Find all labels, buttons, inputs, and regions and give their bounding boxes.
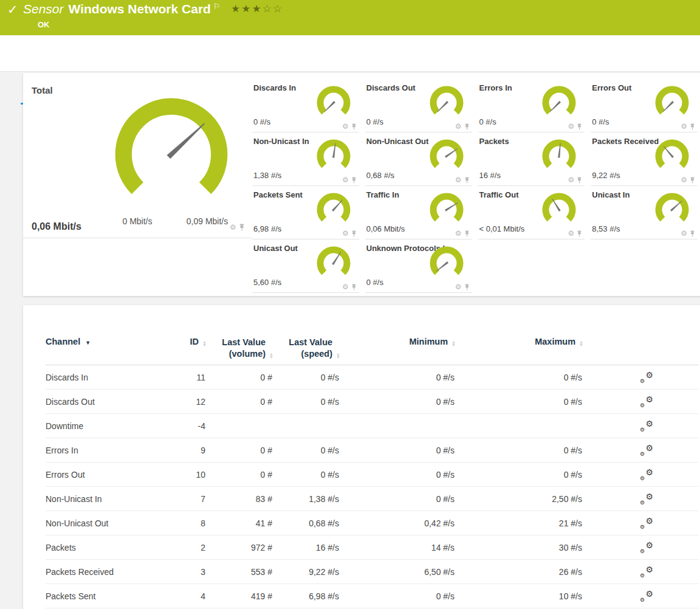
- star-icon[interactable]: ★: [241, 3, 252, 15]
- table-row[interactable]: Packets Sent 4 419 # 6,98 #/s 0 #/s 10 #…: [46, 584, 699, 608]
- sensor-header: ✓ SensorWindows Network Card⚐ ★★★☆☆ OK: [0, 0, 700, 35]
- channel-settings-icon[interactable]: ⚙⚙: [640, 444, 653, 456]
- table-row[interactable]: Packets Received 3 553 # 9,22 #/s 6,50 #…: [46, 560, 699, 584]
- table-row[interactable]: Packets 2 972 # 16 #/s 14 #/s 30 #/s ⚙⚙: [46, 535, 699, 560]
- cell-channel: Downtime: [46, 421, 176, 431]
- column-header-id[interactable]: ID▲▼: [176, 337, 207, 360]
- table-row[interactable]: Non-Unicast Out 8 41 # 0,68 #/s 0,42 #/s…: [46, 511, 699, 535]
- table-row[interactable]: Errors In 9 0 # 0 #/s 0 #/s 0 #/s ⚙⚙: [46, 438, 699, 463]
- pin-icon[interactable]: [351, 284, 357, 291]
- mini-gauge-cell[interactable]: Packets Sent 6,98 #/s ⚙: [252, 186, 359, 239]
- mini-gauge-label: Discards In: [253, 83, 296, 92]
- total-gauge-cell[interactable]: Total 0 Mbit/s 0,09 Mbit/s 0,06 Mbit/s ⚙: [23, 73, 252, 238]
- column-header-maximum[interactable]: Maximum▲▼: [456, 337, 583, 360]
- pin-icon[interactable]: [464, 177, 470, 184]
- column-header-channel[interactable]: Channel▼: [46, 337, 176, 360]
- cell-last-value-volume: 0 #: [207, 446, 273, 455]
- pin-icon[interactable]: [577, 230, 582, 237]
- sort-icon: ▲▼: [269, 353, 273, 359]
- channel-settings-icon[interactable]: ⚙⚙: [640, 590, 653, 602]
- channel-settings-icon[interactable]: ⚙⚙: [640, 396, 653, 408]
- cell-minimum: 0 #/s: [340, 494, 456, 504]
- cell-minimum: 0,42 #/s: [340, 518, 456, 528]
- mini-gauge-cell[interactable]: Non-Unicast In 1,38 #/s ⚙: [252, 132, 359, 186]
- channel-settings-icon[interactable]: ⚙⚙: [640, 566, 653, 578]
- table-row[interactable]: Discards Out 12 0 # 0 #/s 0 #/s 0 #/s ⚙⚙: [46, 390, 699, 414]
- channel-settings-icon[interactable]: ⚙⚙: [640, 517, 653, 529]
- pin-icon[interactable]: [351, 177, 357, 184]
- gear-icon[interactable]: ⚙: [681, 230, 687, 237]
- gear-icon[interactable]: ⚙: [455, 176, 462, 184]
- mini-gauge-cell[interactable]: Packets Received 9,22 #/s ⚙: [591, 132, 698, 186]
- mini-gauge-grid: Discards In 0 #/s ⚙ Discards Out 0 #/s ⚙: [252, 79, 700, 293]
- pin-icon[interactable]: [577, 123, 582, 130]
- gear-icon[interactable]: ⚙: [568, 230, 574, 237]
- gear-icon[interactable]: ⚙: [568, 123, 574, 130]
- pin-icon[interactable]: [577, 177, 582, 184]
- pin-icon[interactable]: [690, 177, 695, 184]
- mini-gauge-cell[interactable]: Unicast In 8,53 #/s ⚙: [591, 186, 698, 239]
- channel-settings-icon[interactable]: ⚙⚙: [640, 420, 653, 432]
- column-header-last-value-speed[interactable]: Last Value (speed)▲▼: [273, 337, 340, 360]
- mini-gauge-cell[interactable]: Errors Out 0 #/s ⚙: [591, 79, 698, 132]
- table-row[interactable]: Downtime -4 ⚙⚙: [46, 414, 699, 438]
- cell-channel: Non-Unicast Out: [46, 518, 176, 528]
- gauge-tools: ⚙: [568, 230, 582, 237]
- column-header-minimum[interactable]: Minimum▲▼: [340, 337, 456, 360]
- pin-icon[interactable]: [351, 230, 357, 237]
- channel-settings-icon[interactable]: ⚙⚙: [640, 469, 653, 481]
- sort-icon: ▲▼: [202, 340, 207, 346]
- gear-icon[interactable]: ⚙: [230, 224, 236, 231]
- star-icon[interactable]: ☆: [273, 3, 283, 15]
- flag-icon[interactable]: ⚐: [213, 2, 221, 11]
- gauge-tools: ⚙: [342, 283, 357, 291]
- pin-icon[interactable]: [351, 123, 357, 130]
- mini-gauge-cell[interactable]: Non-Unicast Out 0,68 #/s ⚙: [365, 132, 472, 186]
- channel-settings-icon[interactable]: ⚙⚙: [640, 371, 653, 384]
- mini-gauge-cell[interactable]: Traffic Out < 0,01 Mbit/s ⚙: [478, 186, 585, 239]
- mini-gauge-cell[interactable]: Traffic In 0,06 Mbit/s ⚙: [365, 186, 472, 239]
- star-icon[interactable]: ★: [252, 3, 262, 15]
- column-header-last-value-volume[interactable]: Last Value (volume)▲▼: [207, 337, 273, 360]
- sort-icon: ▲▼: [579, 340, 583, 346]
- table-row[interactable]: Non-Unicast In 7 83 # 1,38 #/s 0 #/s 2,5…: [46, 487, 699, 511]
- mini-gauge-value: 0 #/s: [366, 117, 383, 126]
- cell-last-value-speed: 0 #/s: [273, 446, 340, 455]
- gear-icon[interactable]: ⚙: [455, 283, 462, 291]
- mini-gauge-value: 8,53 #/s: [592, 224, 620, 233]
- gear-icon[interactable]: ⚙: [342, 283, 349, 291]
- gear-icon[interactable]: ⚙: [342, 123, 349, 130]
- pin-icon[interactable]: [464, 230, 470, 237]
- gear-icon[interactable]: ⚙: [342, 176, 349, 184]
- table-row[interactable]: Discards In 11 0 # 0 #/s 0 #/s 0 #/s ⚙⚙: [46, 365, 699, 390]
- mini-gauge-label: Packets: [479, 137, 509, 146]
- gear-icon[interactable]: ⚙: [681, 123, 687, 130]
- pin-icon[interactable]: [690, 230, 695, 237]
- gear-icon[interactable]: ⚙: [455, 230, 462, 237]
- star-icon[interactable]: ☆: [262, 3, 273, 15]
- gear-icon[interactable]: ⚙: [342, 230, 349, 237]
- mini-gauge-cell[interactable]: Unknown Protocols In 0 #/s ⚙: [365, 239, 472, 293]
- total-gauge-label: Total: [32, 85, 53, 95]
- pin-icon[interactable]: [690, 123, 695, 130]
- gear-icon[interactable]: ⚙: [568, 176, 574, 184]
- channel-settings-icon[interactable]: ⚙⚙: [640, 493, 653, 505]
- gear-icon[interactable]: ⚙: [455, 123, 462, 130]
- mini-gauge-cell[interactable]: Errors In 0 #/s ⚙: [478, 79, 585, 132]
- channel-settings-icon[interactable]: ⚙⚙: [640, 542, 653, 554]
- mini-gauge-cell[interactable]: Packets 16 #/s ⚙: [478, 132, 585, 186]
- mini-gauge-cell[interactable]: Discards In 0 #/s ⚙: [252, 79, 359, 132]
- mini-gauge-value: 6,98 #/s: [253, 224, 281, 233]
- cell-channel: Packets Received: [46, 567, 176, 577]
- table-row[interactable]: Errors Out 10 0 # 0 #/s 0 #/s 0 #/s ⚙⚙: [46, 463, 699, 487]
- mini-gauge-cell[interactable]: Unicast Out 5,60 #/s ⚙: [252, 239, 359, 293]
- mini-gauge: [653, 139, 691, 175]
- mini-gauge-cell[interactable]: Discards Out 0 #/s ⚙: [365, 79, 472, 132]
- pin-icon[interactable]: [464, 284, 470, 291]
- total-gauge-needle: [167, 122, 207, 159]
- star-icon[interactable]: ★: [231, 3, 241, 15]
- pin-icon[interactable]: [239, 224, 245, 231]
- cell-minimum: 14 #/s: [340, 543, 456, 552]
- gear-icon[interactable]: ⚙: [681, 176, 687, 184]
- pin-icon[interactable]: [464, 123, 470, 130]
